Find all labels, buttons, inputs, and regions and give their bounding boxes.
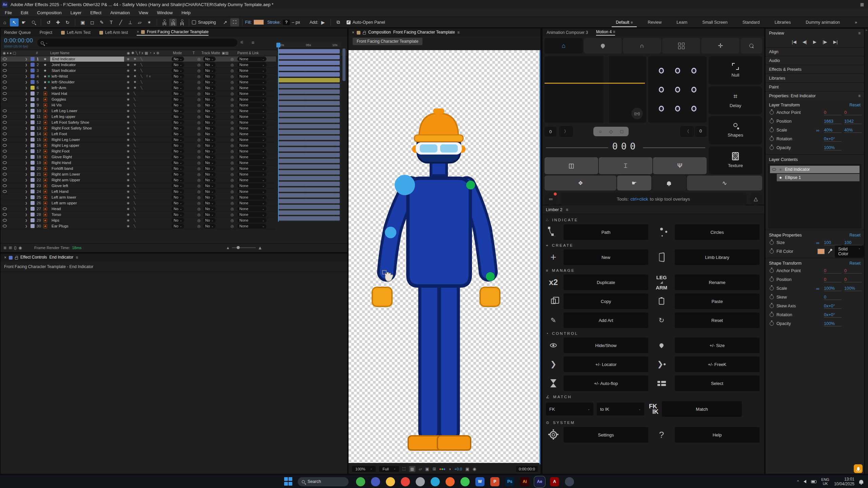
left-stepper[interactable]: 〉 — [559, 126, 573, 137]
eye-icon[interactable] — [3, 86, 7, 89]
show-snapshot-icon[interactable]: ◉ — [473, 467, 476, 471]
rig-overlay-icon-1[interactable] — [160, 19, 168, 26]
label-color-swatch[interactable] — [31, 86, 35, 90]
track-matte-dropdown[interactable]: No⌄ — [203, 114, 216, 119]
motion-apps-icon[interactable] — [662, 38, 701, 54]
menu-layer[interactable]: Layer — [71, 10, 82, 15]
menu-edit[interactable]: Edit — [21, 10, 28, 15]
matte-pickwhip-icon[interactable]: ◎ — [197, 218, 201, 223]
stamp-tool-icon[interactable]: ⊥ — [126, 18, 135, 26]
layer-name[interactable]: Start Indicator — [52, 68, 76, 73]
delay-button[interactable]: ⌗Delay — [709, 86, 762, 115]
mode-dropdown[interactable]: No⌄ — [172, 178, 184, 182]
parent-pickwhip-icon[interactable]: ◎ — [231, 149, 234, 154]
tab-motion4[interactable]: Motion 4 ≡ — [596, 29, 615, 36]
track-matte-dropdown[interactable]: No⌄ — [203, 160, 216, 165]
mode-dropdown[interactable]: No⌄ — [172, 160, 184, 165]
eye-icon[interactable] — [3, 121, 7, 124]
matte-pickwhip-icon[interactable]: ◎ — [197, 149, 201, 154]
export-icon[interactable]: ⧉ — [334, 18, 343, 26]
snapping-checkbox[interactable] — [192, 20, 196, 24]
wave-tool-button[interactable]: ∿ — [687, 176, 762, 190]
layer-row-26[interactable]: ❯26ALeft arm upper◉ ╲No⌄◎No⌄◎None⌄ — [1, 200, 276, 206]
eraser-tool-icon[interactable]: ▱ — [135, 18, 144, 26]
pen-tool-icon[interactable]: ✎ — [97, 18, 106, 26]
panel-paint[interactable]: Paint — [766, 82, 864, 91]
parent-pickwhip-icon[interactable]: ◎ — [231, 224, 234, 228]
value-field[interactable]: 1042 — [844, 119, 862, 124]
workspace-tab-default[interactable]: Default≡ — [608, 18, 640, 26]
track-matte-dropdown[interactable]: No⌄ — [203, 57, 216, 61]
fill-label[interactable]: Fill: — [245, 20, 252, 25]
workspace-overflow-icon[interactable]: » — [847, 18, 865, 26]
lock-icon[interactable] — [15, 257, 18, 260]
track-matte-dropdown[interactable]: No⌄ — [203, 172, 216, 177]
size-button[interactable]: +/- Size — [675, 338, 760, 353]
expand-chevron-icon[interactable]: ❯ — [25, 190, 27, 193]
label-color-swatch[interactable] — [31, 189, 35, 194]
layer-duration-bar[interactable] — [278, 199, 340, 203]
stroke-value[interactable]: ? — [283, 20, 290, 25]
matte-pickwhip-icon[interactable]: ◎ — [197, 178, 201, 182]
taskbar-app-illustrator[interactable]: Ai — [520, 477, 529, 486]
matte-pickwhip-icon[interactable]: ◎ — [197, 138, 201, 142]
timeline-tab-render-queue[interactable]: Render Queue — [4, 29, 31, 36]
mode-dropdown[interactable]: No⌄ — [172, 218, 184, 223]
texture-button[interactable]: Texture — [709, 146, 762, 175]
label-color-swatch[interactable] — [31, 195, 35, 199]
taskbar-app-firefox[interactable] — [446, 477, 455, 486]
layer-row-9[interactable]: ❯9AHi Vis◉ ╲No⌄◎No⌄◎None⌄ — [1, 102, 276, 108]
track-matte-dropdown[interactable]: No⌄ — [203, 183, 216, 188]
menu-view[interactable]: View — [139, 10, 148, 15]
close-icon[interactable]: × — [352, 30, 354, 35]
parent-pickwhip-icon[interactable]: ◎ — [231, 218, 234, 223]
layer-duration-bar[interactable] — [278, 130, 340, 134]
mode-dropdown[interactable]: No⌄ — [172, 85, 184, 90]
layer-duration-bar[interactable] — [278, 95, 340, 100]
notifications-icon[interactable] — [859, 480, 863, 484]
label-color-swatch[interactable] — [31, 184, 35, 188]
safe-guides-icon[interactable]: ⛶ — [402, 467, 405, 471]
layer-name[interactable]: Head — [52, 207, 61, 211]
parent-link-dropdown[interactable]: None⌄ — [237, 201, 267, 205]
freek-button[interactable]: +/- FreeK — [675, 357, 760, 372]
beacon-icon[interactable]: ((•)) — [631, 108, 643, 119]
expand-chevron-icon[interactable]: ❯ — [25, 98, 27, 101]
layer-duration-bar[interactable] — [278, 49, 340, 54]
eye-icon[interactable] — [3, 133, 7, 135]
slider-digits[interactable]: 000 — [608, 141, 643, 151]
value-field[interactable]: 0 — [844, 268, 862, 273]
layer-row-7[interactable]: ❯7AHard Hat◉ ╲No⌄◎No⌄◎None⌄ — [1, 91, 276, 97]
workspace-tab-learn[interactable]: Learn — [669, 18, 695, 26]
expand-chevron-icon[interactable]: ❯ — [25, 138, 27, 141]
eye-icon[interactable] — [3, 69, 7, 72]
null-button[interactable]: Null — [709, 56, 762, 84]
anchor-point-grid[interactable] — [648, 56, 707, 123]
menu-effect[interactable]: Effect — [90, 10, 101, 15]
exposure-icon[interactable]: ◑ — [449, 467, 451, 471]
tray-chevron-icon[interactable]: ^ — [797, 480, 799, 484]
window-controls-icon[interactable]: ▦ — [860, 2, 864, 7]
layer-name[interactable]: Right Foot — [52, 149, 70, 153]
parent-pickwhip-icon[interactable]: ◎ — [231, 57, 234, 61]
layer-row-1[interactable]: ❯1★End Indicator◉ ✱ ╲No⌄◎No⌄◎None⌄ — [1, 56, 276, 62]
layer-row-12[interactable]: ❯12ALeft Foot Safety Shoe◉ ╲No⌄◎No⌄◎None… — [1, 120, 276, 125]
layer-duration-bar[interactable] — [278, 61, 340, 65]
expand-chevron-icon[interactable]: ❯ — [25, 179, 27, 182]
taskbar-app-obs[interactable] — [565, 477, 574, 486]
matte-pickwhip-icon[interactable]: ◎ — [197, 63, 201, 67]
eye-icon[interactable] — [3, 127, 7, 129]
parent-link-dropdown[interactable]: None⌄ — [237, 126, 267, 130]
value-field[interactable]: 0x+0° — [824, 137, 842, 142]
label-color-swatch[interactable] — [31, 132, 35, 136]
value-field[interactable]: 1663 — [824, 119, 842, 124]
eye-icon[interactable] — [3, 81, 7, 83]
parent-link-dropdown[interactable]: None⌄ — [237, 97, 267, 102]
track-matte-dropdown[interactable]: No⌄ — [203, 195, 216, 200]
layer-duration-bar[interactable] — [278, 187, 340, 192]
stopwatch-icon[interactable] — [770, 295, 774, 299]
parent-link-dropdown[interactable]: None⌄ — [237, 108, 267, 113]
parent-link-dropdown[interactable]: None⌄ — [237, 149, 267, 154]
panel-libraries[interactable]: Libraries — [766, 74, 864, 82]
layer-name[interactable]: Right Leg upper — [52, 143, 79, 147]
